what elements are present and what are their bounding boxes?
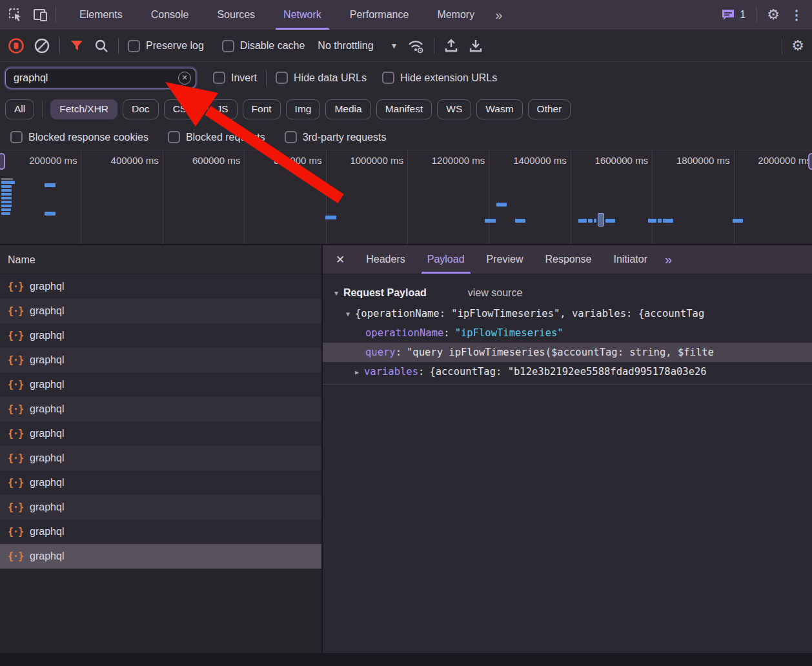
request-row[interactable]: {·}graphql: [0, 397, 321, 421]
overview-request-bar: [325, 216, 336, 219]
issues-badge[interactable]: 1: [721, 8, 746, 21]
type-chip-font[interactable]: Font: [243, 99, 281, 119]
filter-input-wrap: ✕: [5, 68, 196, 88]
type-chip-js[interactable]: JS: [208, 99, 238, 119]
blocked-cookies-checkbox[interactable]: [10, 131, 23, 143]
disable-cache-checkbox-group[interactable]: Disable cache: [222, 40, 305, 52]
triangle-right-icon[interactable]: ▶: [355, 368, 359, 376]
payload-row-operationName[interactable]: operationName: "ipFlowTimeseries": [323, 323, 812, 343]
filter-input[interactable]: [5, 68, 196, 88]
overview-request-bar: [1, 197, 12, 199]
more-tabs-icon[interactable]: »: [489, 0, 507, 30]
inspect-element-icon[interactable]: [8, 7, 23, 23]
view-source-link[interactable]: view source: [468, 287, 522, 299]
close-details-icon[interactable]: ✕: [323, 245, 355, 274]
tab-memory[interactable]: Memory: [423, 0, 489, 30]
throttling-select[interactable]: No throttling ▼: [314, 40, 398, 52]
type-chip-fetch-xhr[interactable]: Fetch/XHR: [50, 99, 117, 119]
details-tab-response[interactable]: Response: [534, 245, 602, 274]
invert-checkbox[interactable]: [213, 72, 225, 84]
network-settings-gear-icon[interactable]: ⚙: [791, 37, 804, 54]
payload-root-node[interactable]: ▼ {operationName: "ipFlowTimeseries", va…: [323, 304, 812, 323]
tab-sources[interactable]: Sources: [203, 0, 269, 30]
payload-value: "ipFlowTimeseries": [455, 327, 563, 339]
details-tab-payload[interactable]: Payload: [416, 245, 476, 274]
network-overview-timeline[interactable]: 200000 ms400000 ms600000 ms800000 ms1000…: [0, 150, 812, 245]
fetch-xhr-icon: {·}: [8, 428, 23, 439]
kebab-menu-icon[interactable]: ⋮: [790, 7, 803, 23]
settings-gear-icon[interactable]: ⚙: [767, 6, 780, 23]
request-row[interactable]: {·}graphql: [0, 274, 321, 299]
overview-request-bar: [45, 183, 56, 187]
type-chip-media[interactable]: Media: [325, 99, 370, 119]
details-more-tabs-icon[interactable]: »: [658, 245, 677, 274]
fetch-xhr-icon: {·}: [8, 477, 23, 489]
type-chip-wasm[interactable]: Wasm: [476, 99, 522, 119]
tab-elements[interactable]: Elements: [65, 0, 137, 30]
record-network-log-icon[interactable]: [8, 37, 25, 54]
type-chip-doc[interactable]: Doc: [123, 99, 159, 119]
hide-extension-urls-checkbox-group[interactable]: Hide extension URLs: [382, 72, 497, 84]
search-icon[interactable]: [94, 38, 109, 54]
clear-network-log-icon[interactable]: [34, 37, 50, 54]
type-chip-all[interactable]: All: [5, 99, 34, 119]
request-row[interactable]: {·}graphql: [0, 495, 321, 520]
request-row[interactable]: {·}graphql: [0, 348, 321, 372]
triangle-down-icon[interactable]: ▼: [346, 310, 350, 318]
tab-performance[interactable]: Performance: [336, 0, 423, 30]
third-party-checkbox[interactable]: [285, 131, 297, 143]
type-chip-other[interactable]: Other: [528, 99, 571, 119]
hide-data-urls-checkbox[interactable]: [276, 72, 288, 84]
details-tab-preview[interactable]: Preview: [476, 245, 534, 274]
hide-data-urls-checkbox-group[interactable]: Hide data URLs: [276, 72, 367, 84]
type-chip-ws[interactable]: WS: [437, 99, 471, 119]
preserve-log-label: Preserve log: [146, 40, 204, 52]
request-row[interactable]: {·}graphql: [0, 323, 321, 348]
name-column-header[interactable]: Name: [0, 245, 321, 274]
payload-row-variables[interactable]: ▶ variables: {accountTag: "b12e3b2192ee5…: [323, 362, 812, 381]
details-tabbar: ✕ HeadersPayloadPreviewResponseInitiator…: [323, 245, 812, 274]
divider: [323, 384, 812, 385]
device-toolbar-icon[interactable]: [32, 7, 49, 23]
type-chip-img[interactable]: Img: [286, 99, 321, 119]
network-conditions-icon[interactable]: [407, 38, 425, 54]
disable-cache-checkbox[interactable]: [222, 40, 234, 52]
payload-value: "query ipFlowTimeseries($accountTag: str…: [407, 347, 714, 358]
blocked-requests-checkbox-group[interactable]: Blocked requests: [168, 131, 265, 143]
fetch-xhr-icon: {·}: [8, 452, 23, 464]
preserve-log-checkbox[interactable]: [128, 40, 140, 52]
blocked-requests-checkbox[interactable]: [168, 131, 180, 143]
import-har-icon[interactable]: [443, 38, 459, 54]
hide-extension-urls-checkbox[interactable]: [382, 72, 394, 84]
request-row[interactable]: {·}graphql: [0, 544, 321, 569]
request-row[interactable]: {·}graphql: [0, 470, 321, 495]
export-har-icon[interactable]: [468, 38, 483, 54]
payload-row-query[interactable]: query: "query ipFlowTimeseries($accountT…: [323, 343, 812, 362]
message-bubble-icon: [721, 8, 735, 21]
preserve-log-checkbox-group[interactable]: Preserve log: [128, 40, 204, 52]
details-tab-headers[interactable]: Headers: [355, 245, 416, 274]
type-chip-css[interactable]: CSS: [164, 99, 203, 119]
request-payload-section[interactable]: ▼ Request Payload view source: [323, 282, 812, 304]
details-tab-initiator[interactable]: Initiator: [603, 245, 658, 274]
third-party-checkbox-group[interactable]: 3rd-party requests: [285, 131, 387, 143]
request-row[interactable]: {·}graphql: [0, 520, 321, 544]
fetch-xhr-icon: {·}: [8, 526, 23, 538]
overview-right-handle[interactable]: [808, 153, 812, 170]
tab-network[interactable]: Network: [269, 0, 336, 30]
request-row[interactable]: {·}graphql: [0, 446, 321, 470]
tab-console[interactable]: Console: [137, 0, 203, 30]
invert-checkbox-group[interactable]: Invert: [213, 72, 257, 84]
request-row[interactable]: {·}graphql: [0, 299, 321, 323]
request-row[interactable]: {·}graphql: [0, 421, 321, 446]
filter-funnel-icon[interactable]: [69, 38, 85, 54]
payload-key: operationName: [365, 327, 443, 339]
overview-request-bar: [578, 219, 587, 223]
overview-selected-marker: [598, 213, 604, 227]
type-chip-manifest[interactable]: Manifest: [376, 99, 432, 119]
overview-left-handle[interactable]: [0, 153, 5, 170]
clear-filter-icon[interactable]: ✕: [178, 72, 191, 85]
request-row[interactable]: {·}graphql: [0, 372, 321, 397]
blocked-cookies-checkbox-group[interactable]: Blocked response cookies: [10, 131, 148, 143]
overview-request-bar: [594, 219, 596, 223]
